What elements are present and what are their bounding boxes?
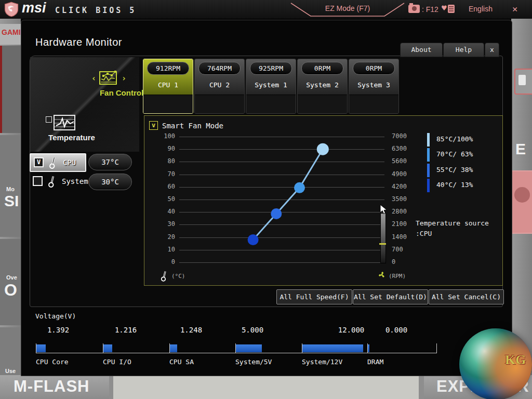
right-axis-tick: 700 [392,246,417,253]
thermometer-icon [160,269,168,283]
voltage-rail-label: System/5V [235,358,272,366]
fan-curve-chart[interactable] [179,137,384,262]
fan-tab-system-1[interactable]: System 1925RPM [246,59,296,114]
right-axis-tick: 5600 [392,157,417,165]
camera-icon[interactable] [408,5,420,13]
fan-tab-system-3[interactable]: System 30RPM [349,59,399,114]
left-axis-tick: 0 [150,258,175,265]
bios-name-text: CLICK BIOS 5 [55,6,136,15]
kitguru-watermark-text: KG [505,352,526,368]
left-axis-tick: 70 [150,170,175,178]
voltage-rail-label: CPU I/O [103,358,131,366]
fan-tab-name: CPU 1 [143,81,193,89]
language-selector[interactable]: English [469,5,493,13]
y-axis-unit: (RPM) [389,273,406,280]
thermometer-icon [48,155,58,170]
thermometer-icon [47,174,57,189]
sidebar-item-temperature[interactable]: Temperature [30,133,113,142]
fan-curve-point[interactable] [271,208,282,219]
voltage-bar [236,344,262,352]
voltage-rail-label: CPU SA [169,358,194,366]
system-checkbox[interactable] [33,176,43,186]
voltage-rail-label: CPU Core [36,358,69,366]
legend-color-bar [427,179,430,192]
left-axis-tick: 50 [150,195,175,203]
all-set-cancel-button[interactable]: All Set Cancel(C) [429,289,504,304]
chart-gridline [179,262,384,263]
screen: msi CLICK BIOS 5 EZ Mode (F7) : F12 ♥ En… [0,0,532,399]
voltage-bar [302,344,363,352]
fan-curve-point[interactable] [294,182,305,193]
smart-fan-mode-label: Smart Fan Mode [162,122,223,130]
fan-tab-system-2[interactable]: System 20RPM [297,59,348,114]
background-left-strip: GAMI Mo SI Ove O Use [0,19,21,399]
help-button[interactable]: Help [443,43,484,57]
fan-rpm-strip: 0RPM [349,95,398,113]
legend-label: 85°C/100% [436,135,473,143]
fan-tab-name: CPU 2 [195,81,244,89]
bg-gaming-label: GAMI [2,28,21,36]
fan-rpm-strip: 0RPM [298,95,347,113]
bg-settings-small: Mo [6,186,15,192]
fan-rpm-strip: 925RPM [246,95,296,113]
left-axis-tick: 80 [150,157,175,165]
voltage-bar [170,344,177,352]
voltage-bar [36,344,46,352]
chevron-left-icon[interactable]: ‹ [91,74,96,83]
right-axis-tick: 4200 [392,183,417,190]
right-axis-tick: 2100 [392,220,417,228]
voltage-axis-tick [436,343,437,353]
fan-tab-cpu-1[interactable]: CPU 1912RPM [143,59,193,114]
system-temp-value: 30°C [88,174,132,190]
fan-control-icon[interactable] [99,69,118,86]
right-axis-tick: 4900 [392,170,417,178]
msi-brand-text: msi [22,0,46,16]
screenshot-key-label: : F12 [422,5,438,14]
cpu-checkbox[interactable]: V [34,157,44,167]
left-axis-tick: 60 [150,183,175,190]
voltage-value: 5.000 [227,326,278,334]
voltage-value: 1.392 [32,326,84,334]
voltage-value: 1.248 [165,326,217,334]
page-title: Hardware Monitor [35,36,122,48]
temperature-mini-checkbox-icon [46,116,52,123]
ez-mode-button[interactable]: EZ Mode (F7) [304,4,391,12]
favorites-icon[interactable]: ♥ [442,3,456,15]
fan-rpm-value: 912RPM [147,62,189,75]
temp-source-value: :CPU [416,230,432,237]
voltage-title: Voltage(V) [35,312,76,320]
all-set-default-button[interactable]: All Set Default(D) [353,289,428,304]
topbar: msi CLICK BIOS 5 EZ Mode (F7) : F12 ♥ En… [0,0,532,19]
x-axis-unit: (°C) [171,273,185,280]
about-button[interactable]: About [400,43,443,57]
legend-label: 70°C/ 63% [436,150,473,158]
temperature-icon[interactable] [53,113,76,132]
window-close-button[interactable]: x [485,43,499,57]
point-adjust-slider[interactable] [380,213,386,263]
bg-explorer-letter: E [515,140,526,158]
bg-oc-big: O [4,281,17,300]
fan-rpm-value: 764RPM [198,62,241,75]
fan-rpm-value: 0RPM [301,62,343,75]
bg-oc-small: Ove [6,274,17,281]
right-axis-tick: 2800 [392,208,417,215]
voltage-value: 1.216 [100,326,152,334]
sensor-row-system[interactable]: System [30,173,84,190]
fan-tab-name: System 1 [246,81,296,89]
fan-tab-cpu-2[interactable]: CPU 2764RPM [194,59,245,114]
smart-fan-mode-checkbox[interactable]: v [149,121,158,130]
fan-curve-point[interactable] [248,234,259,245]
voltage-rail-label: System/12V [302,358,342,366]
fan-icon-rpm [377,270,387,280]
left-axis-tick: 40 [150,208,175,215]
cpu-sensor-label: CPU [63,158,76,167]
all-full-speed-button[interactable]: All Full Speed(F) [276,289,352,304]
close-icon[interactable]: ✕ [512,4,517,14]
sidebar-mode-switch: ‹ › Fan Control Temperature [30,57,139,152]
left-axis-tick: 100 [150,132,175,140]
fan-curve-point[interactable] [317,143,329,155]
chevron-right-icon[interactable]: › [122,74,126,83]
sensor-row-cpu[interactable]: V CPU [30,153,86,172]
voltage-baseline [36,353,436,353]
fan-rpm-strip: 912RPM [143,95,193,113]
